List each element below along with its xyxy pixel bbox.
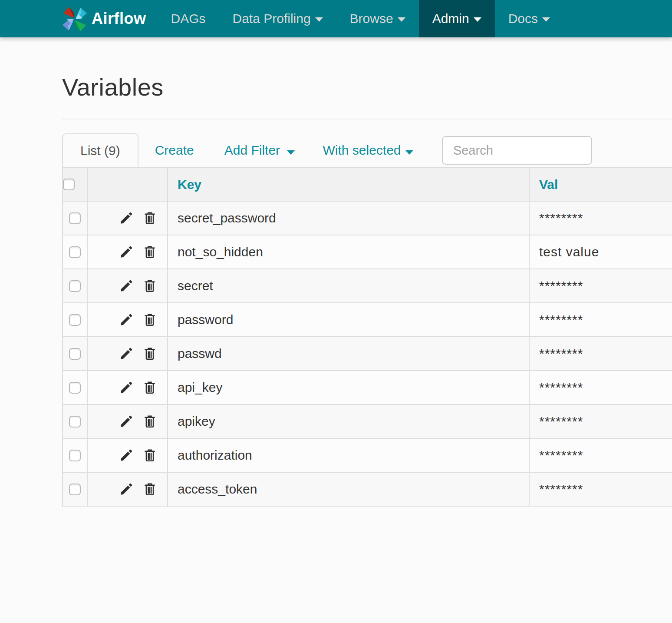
toolbar: List (9) Create Add Filter With selected: [62, 133, 672, 167]
table-row: authorization ********: [63, 438, 672, 472]
nav-label: Docs: [508, 11, 538, 26]
edit-pencil-icon[interactable]: [119, 211, 134, 225]
variable-key: authorization: [168, 438, 529, 472]
row-checkbox[interactable]: [69, 280, 81, 292]
variable-key: secret: [168, 269, 529, 303]
table-header-row: Key Val: [63, 168, 672, 201]
edit-pencil-icon[interactable]: [119, 414, 134, 429]
nav-item-admin[interactable]: Admin: [419, 0, 495, 37]
delete-trash-icon[interactable]: [142, 245, 157, 259]
variable-value: ********: [529, 303, 672, 337]
row-checkbox[interactable]: [69, 382, 81, 394]
row-actions-cell: [87, 438, 168, 472]
header-actions-cell: [87, 168, 168, 201]
create-link[interactable]: Create: [155, 143, 194, 158]
brand-title: Airflow: [92, 10, 146, 28]
table-row: access_token ********: [63, 472, 672, 506]
variable-value: ********: [529, 438, 672, 472]
row-checkbox-cell: [63, 303, 87, 337]
nav-item-docs[interactable]: Docs: [495, 0, 563, 37]
chevron-down-icon: [474, 17, 481, 22]
row-checkbox-cell: [63, 438, 87, 472]
row-checkbox[interactable]: [69, 416, 81, 427]
row-actions-cell: [87, 201, 168, 235]
add-filter-link[interactable]: Add Filter: [224, 143, 295, 158]
variable-value: ********: [529, 404, 672, 438]
row-checkbox[interactable]: [69, 246, 81, 258]
with-selected-label: With selected: [323, 143, 401, 157]
delete-trash-icon[interactable]: [142, 482, 157, 497]
delete-trash-icon[interactable]: [142, 346, 157, 361]
delete-trash-icon[interactable]: [142, 380, 157, 395]
variables-table: Key Val: [62, 167, 672, 507]
variable-value: ********: [529, 371, 672, 404]
nav-item-browse[interactable]: Browse: [336, 0, 419, 37]
header-checkbox-cell: [63, 168, 87, 201]
row-actions-cell: [87, 371, 168, 404]
variable-value: test value: [529, 235, 672, 269]
edit-pencil-icon[interactable]: [119, 245, 134, 259]
nav-label: Browse: [350, 11, 393, 26]
row-actions-cell: [87, 235, 168, 269]
chevron-down-icon: [405, 150, 413, 155]
table-row: not_so_hidden test value: [63, 235, 672, 269]
chevron-down-icon: [287, 150, 295, 155]
edit-pencil-icon[interactable]: [119, 380, 134, 395]
chevron-down-icon: [398, 17, 405, 22]
table-row: secret_password ********: [63, 201, 672, 235]
row-checkbox[interactable]: [69, 484, 81, 495]
delete-trash-icon[interactable]: [142, 312, 157, 327]
add-filter-label: Add Filter: [224, 143, 280, 157]
nav-label: DAGs: [171, 11, 206, 26]
row-checkbox[interactable]: [69, 348, 81, 360]
row-actions-cell: [87, 269, 168, 303]
table-row: api_key ********: [63, 371, 672, 404]
tab-list[interactable]: List (9): [62, 133, 138, 167]
table-row: secret ********: [63, 269, 672, 303]
variable-value: ********: [529, 337, 672, 371]
variable-value: ********: [529, 201, 672, 235]
airflow-brand[interactable]: Airflow: [0, 0, 158, 37]
search-input[interactable]: [442, 136, 592, 165]
table-row: password ********: [63, 303, 672, 337]
select-all-checkbox[interactable]: [63, 179, 75, 190]
navbar-menu: DAGs Data Profiling Browse Admin Docs: [158, 0, 564, 37]
table-row: apikey ********: [63, 404, 672, 438]
row-checkbox-cell: [63, 371, 87, 404]
title-divider: [62, 119, 672, 119]
variable-key: not_so_hidden: [168, 235, 529, 269]
chevron-down-icon: [542, 17, 550, 22]
edit-pencil-icon[interactable]: [119, 448, 134, 463]
page-title: Variables: [62, 73, 672, 101]
row-checkbox-cell: [63, 404, 87, 438]
edit-pencil-icon[interactable]: [119, 278, 134, 293]
row-checkbox-cell: [63, 201, 87, 235]
edit-pencil-icon[interactable]: [119, 482, 134, 497]
row-checkbox[interactable]: [69, 212, 81, 224]
row-checkbox[interactable]: [69, 314, 81, 326]
nav-item-data-profiling[interactable]: Data Profiling: [219, 0, 336, 37]
nav-item-dags[interactable]: DAGs: [158, 0, 219, 37]
row-actions-cell: [87, 472, 168, 506]
nav-label: Data Profiling: [233, 11, 311, 26]
delete-trash-icon[interactable]: [142, 211, 157, 225]
delete-trash-icon[interactable]: [142, 448, 157, 463]
row-actions-cell: [87, 337, 168, 371]
edit-pencil-icon[interactable]: [119, 346, 134, 361]
delete-trash-icon[interactable]: [142, 414, 157, 429]
variable-key: access_token: [168, 472, 529, 506]
delete-trash-icon[interactable]: [142, 278, 157, 293]
column-header-key[interactable]: Key: [168, 168, 529, 201]
edit-pencil-icon[interactable]: [119, 312, 134, 327]
main-content: Variables List (9) Create Add Filter Wit…: [0, 73, 672, 507]
row-checkbox-cell: [63, 472, 87, 506]
with-selected-link[interactable]: With selected: [323, 143, 413, 158]
variable-key: password: [168, 303, 529, 337]
table-body: secret_password ********: [63, 201, 672, 506]
row-checkbox[interactable]: [69, 450, 81, 461]
column-header-val[interactable]: Val: [529, 168, 672, 201]
table-row: passwd ********: [63, 337, 672, 371]
row-checkbox-cell: [63, 235, 87, 269]
variable-key: passwd: [168, 337, 529, 371]
row-actions-cell: [87, 404, 168, 438]
